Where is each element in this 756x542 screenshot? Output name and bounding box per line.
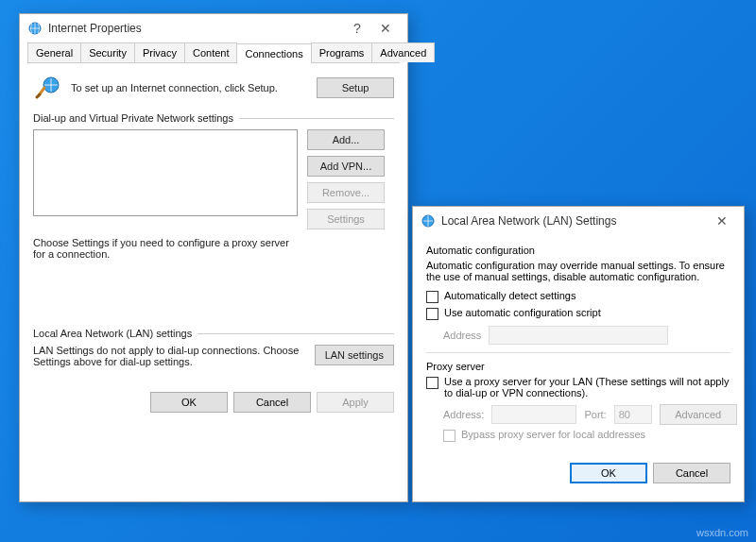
auto-script-label: Use automatic configuration script — [444, 307, 601, 318]
lan-text: LAN Settings do not apply to dial-up con… — [33, 345, 305, 367]
lan-window-title: Local Area Network (LAN) Settings — [441, 214, 708, 228]
bypass-label: Bypass proxy server for local addresses — [461, 429, 645, 440]
script-address-input — [489, 326, 668, 345]
tab-programs[interactable]: Programs — [311, 42, 373, 62]
lan-group: Local Area Network (LAN) settings LAN Se… — [33, 328, 394, 367]
internet-options-icon — [27, 21, 43, 36]
setup-icon — [33, 73, 63, 103]
dialup-legend: Dial-up and Virtual Private Network sett… — [33, 112, 233, 124]
connections-listbox[interactable] — [33, 129, 298, 216]
tab-general[interactable]: General — [27, 42, 81, 62]
proxy-header: Proxy server — [426, 361, 730, 372]
window-title: Internet Properties — [48, 22, 343, 35]
lan-titlebar: Local Area Network (LAN) Settings ✕ — [413, 207, 744, 235]
lan-legend: Local Area Network (LAN) settings — [33, 328, 192, 339]
use-proxy-checkbox[interactable] — [426, 377, 438, 389]
proxy-address-label: Address: — [443, 409, 484, 420]
auto-detect-checkbox[interactable] — [426, 291, 438, 303]
dialup-group: Dial-up and Virtual Private Network sett… — [33, 112, 394, 260]
setup-button[interactable]: Setup — [317, 77, 394, 98]
proxy-note: Choose Settings if you need to configure… — [33, 237, 298, 260]
tab-content[interactable]: Content — [184, 42, 238, 62]
lan-settings-window: Local Area Network (LAN) Settings ✕ Auto… — [412, 206, 745, 502]
address-label: Address — [443, 330, 481, 341]
cancel-button[interactable]: Cancel — [233, 392, 311, 413]
auto-config-sub: Automatic configuration may override man… — [426, 260, 730, 282]
tab-connections[interactable]: Connections — [236, 43, 311, 63]
help-button[interactable]: ? — [343, 21, 371, 36]
tab-security[interactable]: Security — [80, 42, 135, 62]
add-button[interactable]: Add... — [307, 129, 385, 150]
lan-settings-button[interactable]: LAN settings — [315, 345, 394, 365]
lan-footer: OK Cancel — [413, 455, 744, 495]
lan-close-button[interactable]: ✕ — [708, 213, 736, 229]
lan-ok-button[interactable]: OK — [570, 463, 647, 483]
close-button[interactable]: ✕ — [371, 21, 400, 36]
ok-button[interactable]: OK — [150, 392, 228, 413]
auto-config-header: Automatic configuration — [426, 245, 730, 256]
setup-text: To set up an Internet connection, click … — [71, 82, 309, 93]
lan-cancel-button[interactable]: Cancel — [653, 463, 730, 483]
dialog-footer: OK Cancel Apply — [20, 384, 407, 424]
tab-strip: General Security Privacy Content Connect… — [27, 42, 400, 63]
auto-detect-label: Automatically detect settings — [444, 290, 576, 301]
tab-advanced[interactable]: Advanced — [371, 42, 435, 62]
advanced-button: Advanced — [660, 404, 737, 425]
use-proxy-label: Use a proxy server for your LAN (These s… — [444, 376, 730, 398]
tab-privacy[interactable]: Privacy — [134, 42, 185, 62]
add-vpn-button[interactable]: Add VPN... — [307, 156, 385, 177]
settings-button: Settings — [307, 209, 385, 229]
remove-button: Remove... — [307, 182, 385, 203]
lan-body: Automatic configuration Automatic config… — [413, 235, 744, 455]
proxy-address-input — [491, 405, 576, 424]
internet-properties-window: Internet Properties ? ✕ General Security… — [19, 13, 408, 502]
lan-icon — [421, 213, 436, 229]
bypass-checkbox — [443, 430, 455, 442]
proxy-port-input — [614, 405, 652, 424]
proxy-port-label: Port: — [584, 409, 606, 420]
titlebar: Internet Properties ? ✕ — [20, 14, 407, 42]
watermark: wsxdn.com — [696, 527, 748, 538]
auto-script-checkbox[interactable] — [426, 308, 438, 320]
tab-body: To set up an Internet connection, click … — [20, 63, 407, 384]
apply-button: Apply — [317, 392, 394, 413]
